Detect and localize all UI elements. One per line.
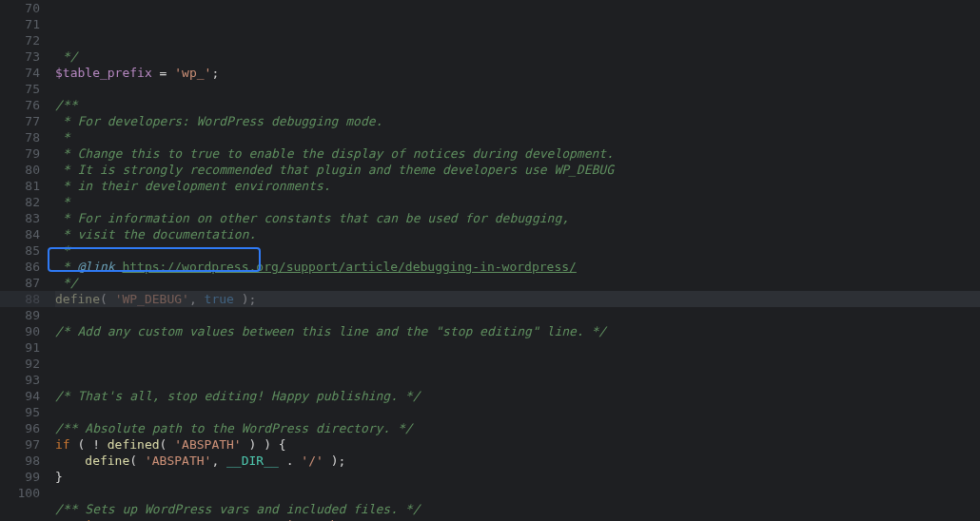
code-token: ; <box>211 66 219 80</box>
code-line[interactable]: * visit the documentation. <box>55 226 980 242</box>
line-number: 100 <box>10 485 40 501</box>
code-line[interactable]: * <box>55 194 980 210</box>
code-token: $table_prefix <box>55 66 152 80</box>
line-number: 94 <box>10 388 40 404</box>
line-number: 96 <box>10 420 40 436</box>
code-token: 'wp_' <box>174 66 211 80</box>
line-number: 89 <box>10 307 40 323</box>
code-token: defined <box>108 437 160 452</box>
code-line[interactable]: /** <box>55 97 980 113</box>
code-token: { <box>279 437 286 452</box>
code-line[interactable]: * For information on other constants tha… <box>55 210 980 226</box>
code-token: define <box>55 292 100 306</box>
code-token: * <box>55 260 77 274</box>
code-token: , <box>211 453 226 468</box>
line-number: 79 <box>10 145 40 162</box>
line-number: 83 <box>10 210 40 226</box>
code-token: , <box>189 292 205 306</box>
code-editor[interactable]: 7071727374757677787980818283848586878889… <box>0 0 980 521</box>
code-area[interactable]: */$table_prefix = 'wp_';/** * For develo… <box>53 0 980 521</box>
code-token: define <box>85 453 129 468</box>
line-number: 91 <box>10 339 40 356</box>
code-line[interactable]: */ <box>55 275 980 291</box>
code-token: */ <box>55 49 77 64</box>
line-number: 87 <box>10 275 40 291</box>
code-token: 'WP_DEBUG' <box>115 292 189 306</box>
code-token: ( ! <box>70 437 108 452</box>
code-token: ( <box>129 453 145 468</box>
code-token: '/' <box>301 453 323 468</box>
code-line[interactable]: * It is strongly recommended that plugin… <box>55 162 980 178</box>
code-token: ( <box>100 292 115 306</box>
code-token: /** Absolute path to the WordPress direc… <box>55 421 413 435</box>
code-line[interactable]: require_once ABSPATH . 'wp-settings.php'… <box>55 517 980 521</box>
line-number: 84 <box>10 226 40 242</box>
code-line[interactable] <box>55 339 980 356</box>
code-line[interactable]: /** Absolute path to the WordPress direc… <box>55 420 980 436</box>
code-line[interactable]: define( 'ABSPATH', __DIR__ . '/' ); <box>55 453 980 469</box>
code-line[interactable] <box>55 372 980 388</box>
line-number: 92 <box>10 356 40 372</box>
code-token: . <box>279 453 301 468</box>
code-line[interactable]: } <box>55 469 980 485</box>
code-line[interactable] <box>55 485 980 501</box>
code-line[interactable]: $table_prefix = 'wp_'; <box>55 65 980 81</box>
code-token: https://wordpress.org/support/article/de… <box>122 260 576 274</box>
line-number: 85 <box>10 242 40 259</box>
code-token: true <box>205 292 234 306</box>
code-line[interactable]: if ( ! defined( 'ABSPATH' ) ) { <box>55 436 980 453</box>
code-line[interactable]: * in their development environments. <box>55 178 980 194</box>
code-line[interactable]: /* Add any custom values between this li… <box>55 323 980 339</box>
code-token: * <box>55 130 70 145</box>
code-line[interactable] <box>55 307 980 323</box>
code-line[interactable]: /** Sets up WordPress vars and included … <box>55 501 980 517</box>
line-number: 97 <box>10 436 40 453</box>
code-token: if <box>55 437 70 452</box>
code-line[interactable]: */ <box>55 48 980 65</box>
code-line[interactable]: /* That's all, stop editing! Happy publi… <box>55 388 980 404</box>
code-token: ); <box>234 292 256 306</box>
code-token: 'ABSPATH' <box>174 437 241 452</box>
line-number: 98 <box>10 453 40 469</box>
line-number: 75 <box>10 81 40 97</box>
code-line[interactable] <box>55 404 980 420</box>
code-line[interactable]: * <box>55 242 980 259</box>
code-line[interactable]: * For developers: WordPress debugging mo… <box>55 113 980 129</box>
code-line[interactable] <box>55 356 980 372</box>
code-token: /* That's all, stop editing! Happy publi… <box>55 389 421 403</box>
line-number: 70 <box>10 0 40 16</box>
line-number: 80 <box>10 162 40 178</box>
code-token: * For information on other constants tha… <box>55 211 569 225</box>
line-number: 76 <box>10 97 40 113</box>
line-number: 90 <box>10 323 40 339</box>
code-token: } <box>55 470 63 484</box>
code-token: * For developers: WordPress debugging mo… <box>55 114 382 128</box>
code-token: * It is strongly recommended that plugin… <box>55 163 614 177</box>
line-number: 77 <box>10 113 40 129</box>
line-number: 86 <box>10 259 40 275</box>
code-token: * <box>55 195 70 209</box>
code-line[interactable]: * @link https://wordpress.org/support/ar… <box>55 259 980 275</box>
code-token: * <box>55 243 70 258</box>
code-token: * visit the documentation. <box>55 227 256 241</box>
code-line[interactable]: * <box>55 129 980 145</box>
line-number: 95 <box>10 404 40 420</box>
code-token: /** Sets up WordPress vars and included … <box>55 502 421 516</box>
code-line[interactable]: define( 'WP_DEBUG', true ); <box>55 291 980 307</box>
code-token: ) ) <box>242 437 279 452</box>
line-number: 74 <box>10 65 40 81</box>
line-number-gutter: 7071727374757677787980818283848586878889… <box>0 0 53 521</box>
code-line[interactable] <box>55 81 980 97</box>
line-number: 93 <box>10 372 40 388</box>
code-token: /* Add any custom values between this li… <box>55 324 606 338</box>
code-token: * in their development environments. <box>55 179 331 193</box>
code-token: ( <box>160 437 175 452</box>
code-token: */ <box>55 276 77 290</box>
line-number: 73 <box>10 48 40 65</box>
code-token: * Change this to true to enable the disp… <box>55 146 614 161</box>
code-token: 'ABSPATH' <box>145 453 211 468</box>
code-token: = <box>152 66 174 80</box>
code-line[interactable]: * Change this to true to enable the disp… <box>55 145 980 162</box>
code-token: ); <box>323 453 345 468</box>
line-number: 99 <box>10 469 40 485</box>
